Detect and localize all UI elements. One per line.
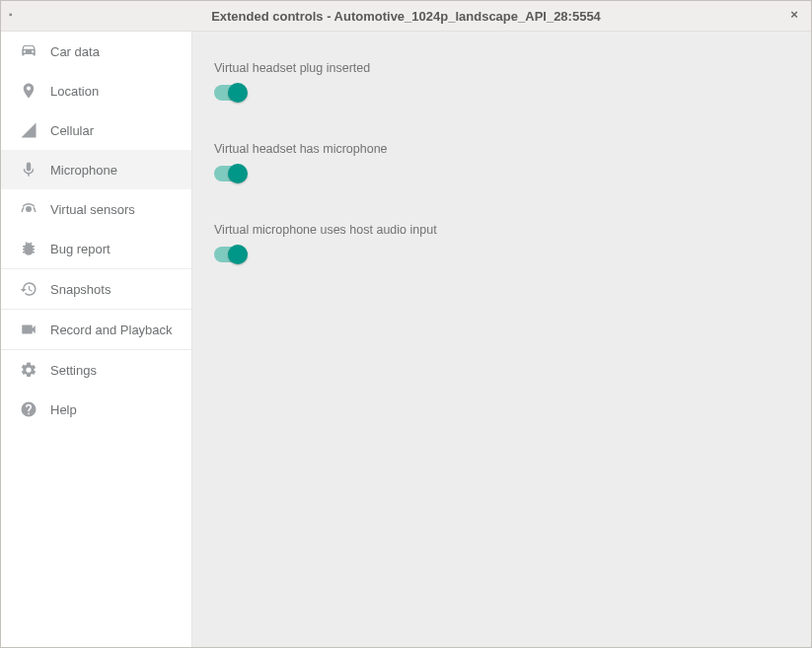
setting-host-audio: Virtual microphone uses host audio input [214,223,789,262]
help-icon [19,399,38,419]
sidebar-item-label: Virtual sensors [50,202,174,217]
toggle-headset-plug[interactable] [214,85,244,101]
sidebar-item-record-playback[interactable]: Record and Playback [1,310,191,349]
sidebar-item-label: Car data [50,44,174,59]
sidebar-item-label: Record and Playback [50,323,174,337]
bug-icon [19,239,38,258]
emulator-extended-controls-window: ▪ Extended controls - Automotive_1024p_l… [0,0,812,648]
sidebar-item-microphone[interactable]: Microphone [1,150,191,189]
sidebar-item-label: Microphone [50,163,174,178]
titlebar: ▪ Extended controls - Automotive_1024p_l… [1,1,811,31]
gear-icon [19,360,38,380]
location-icon [19,81,38,101]
sidebar-item-car-data[interactable]: Car data [1,32,191,71]
content-area: Car data Location Cellular Microphone [1,31,811,647]
cellular-icon [19,120,38,140]
sidebar-item-location[interactable]: Location [1,71,191,110]
sidebar-item-label: Settings [50,363,174,378]
toggle-knob [228,245,248,264]
main-panel: Virtual headset plug inserted Virtual he… [192,32,811,647]
videocam-icon [19,320,38,339]
sidebar: Car data Location Cellular Microphone [1,32,192,647]
sidebar-item-help[interactable]: Help [1,390,191,429]
toggle-knob [228,83,248,103]
setting-label: Virtual headset plug inserted [214,61,789,75]
sidebar-item-virtual-sensors[interactable]: Virtual sensors [1,189,191,229]
sidebar-item-cellular[interactable]: Cellular [1,110,191,150]
setting-label: Virtual microphone uses host audio input [214,223,789,237]
history-icon [19,279,38,299]
toggle-host-audio[interactable] [214,247,244,262]
toggle-headset-mic[interactable] [214,166,244,181]
sidebar-item-label: Cellular [50,123,174,138]
setting-label: Virtual headset has microphone [214,142,789,156]
sidebar-item-label: Help [50,402,174,417]
window-title: Extended controls - Automotive_1024p_lan… [211,9,601,24]
setting-headset-mic: Virtual headset has microphone [214,142,789,181]
sensors-icon [19,199,38,219]
sidebar-item-snapshots[interactable]: Snapshots [1,269,191,309]
sidebar-item-bug-report[interactable]: Bug report [1,229,191,268]
toggle-knob [228,164,248,183]
sidebar-item-label: Bug report [50,242,174,256]
mic-icon [19,160,38,180]
sidebar-item-settings[interactable]: Settings [1,350,191,390]
sidebar-item-label: Location [50,84,174,99]
car-icon [19,41,38,61]
setting-headset-plug: Virtual headset plug inserted [214,61,789,101]
titlebar-left-decor: ▪ [9,9,13,20]
sidebar-item-label: Snapshots [50,282,174,297]
close-button[interactable]: × [787,7,801,21]
